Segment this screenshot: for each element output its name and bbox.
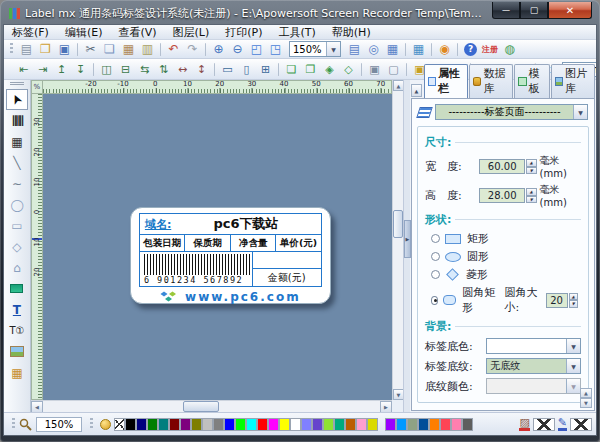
separator[interactable]	[205, 43, 206, 56]
color-swatch[interactable]	[440, 418, 451, 431]
color-swatch[interactable]	[312, 418, 323, 431]
print-preview-icon[interactable]: ◎	[364, 41, 383, 58]
separator[interactable]	[361, 63, 362, 76]
menu-item[interactable]: 编辑(E)	[57, 25, 111, 39]
filled-rect-tool[interactable]	[6, 278, 28, 299]
same-size-icon[interactable]: ⊞	[256, 61, 275, 78]
vertical-scrollbar[interactable]	[392, 80, 403, 400]
line-color-none-swatch[interactable]	[570, 418, 592, 431]
options-icon[interactable]: ◉	[435, 41, 454, 58]
menu-item[interactable]: 帮助(H)	[324, 25, 379, 39]
color-swatch[interactable]	[136, 418, 147, 431]
zoom-out-icon[interactable]: ⊖	[228, 41, 247, 58]
align-bottom-icon[interactable]: ↧	[71, 61, 90, 78]
height-stepper[interactable]	[526, 188, 537, 203]
color-swatch[interactable]	[202, 418, 213, 431]
cut-icon[interactable]: ✂	[81, 41, 100, 58]
curve-tool[interactable]: ∼	[6, 173, 28, 194]
image-preview2-icon[interactable]: ▢	[384, 61, 403, 78]
distribute-horizontal-icon[interactable]: ⇆	[135, 61, 154, 78]
color-swatch[interactable]	[323, 418, 334, 431]
tab-image-library[interactable]: 图片库	[551, 64, 595, 98]
chevron-down-icon[interactable]	[566, 339, 580, 353]
space-vertical-icon[interactable]: ↕	[192, 61, 211, 78]
database-icon[interactable]: ▦	[409, 41, 428, 58]
minimize-button[interactable]	[492, 2, 520, 19]
height-field[interactable]: 28.00	[479, 188, 525, 203]
color-swatch[interactable]	[407, 418, 418, 431]
print-icon[interactable]: ▦	[383, 41, 402, 58]
corner-size-field[interactable]: 20	[546, 293, 568, 308]
panel-collapse-button[interactable]	[411, 84, 422, 97]
shape-option-circle[interactable]: 圆形	[431, 249, 581, 264]
color-swatch[interactable]	[158, 418, 169, 431]
label-color-combo[interactable]	[486, 338, 581, 354]
color-swatch[interactable]	[235, 418, 246, 431]
menu-item[interactable]: 图层(L)	[165, 25, 218, 39]
align-top-icon[interactable]: ↥	[52, 61, 71, 78]
numbered-text-tool[interactable]: T①	[6, 320, 28, 341]
separator[interactable]	[405, 43, 406, 56]
zoom-in-icon[interactable]: ⊕	[209, 41, 228, 58]
line-color-icon[interactable]: ✎	[558, 417, 567, 431]
width-field[interactable]: 60.00	[479, 159, 525, 174]
send-to-back-icon[interactable]: ◇	[339, 61, 358, 78]
table-tool[interactable]: ▦	[6, 362, 28, 383]
color-swatch[interactable]	[334, 418, 345, 431]
same-width-icon[interactable]: ▭	[218, 61, 237, 78]
space-horizontal-icon[interactable]: ↔	[173, 61, 192, 78]
qrcode-tool[interactable]: ▦	[6, 131, 28, 152]
fill-color-icon[interactable]: ▨	[519, 417, 529, 431]
color-swatch[interactable]	[279, 418, 290, 431]
scroll-up-icon[interactable]	[580, 388, 592, 398]
shape-option-rect[interactable]: 矩形	[431, 231, 581, 246]
close-button[interactable]	[548, 2, 592, 19]
shape-option-diamond[interactable]: 菱形	[431, 267, 581, 282]
color-swatch[interactable]	[246, 418, 257, 431]
fit-page-icon[interactable]: ◰	[247, 41, 266, 58]
color-swatch[interactable]	[345, 418, 356, 431]
separator[interactable]	[431, 43, 432, 56]
design-canvas[interactable]: 域名: pc6下载站 包装日期保质期净含量单价(元) 6 901234	[43, 94, 392, 400]
label-cell[interactable]: 保质期	[185, 235, 231, 251]
redo-icon[interactable]: ↷	[183, 41, 202, 58]
separator[interactable]	[457, 43, 458, 56]
chevron-down-icon[interactable]	[326, 42, 340, 56]
line-tool[interactable]: ╲	[6, 152, 28, 173]
rich-text-tool[interactable]: T	[6, 299, 28, 320]
same-height-icon[interactable]: ▯	[237, 61, 256, 78]
copy-icon[interactable]: ❏	[100, 41, 119, 58]
label-design[interactable]: 域名: pc6下载站 包装日期保质期净含量单价(元) 6 901234	[130, 207, 331, 304]
menu-item[interactable]: 打印(P)	[217, 25, 270, 39]
bring-forward-icon[interactable]: ❏	[282, 61, 301, 78]
barcode[interactable]: 6 901234 567892	[140, 252, 252, 286]
website-row[interactable]: www.pc6.com	[139, 287, 322, 307]
color-swatch[interactable]	[290, 418, 301, 431]
menu-item[interactable]: 查看(V)	[110, 25, 164, 39]
color-swatch[interactable]	[191, 418, 202, 431]
color-swatch[interactable]	[418, 418, 429, 431]
panel-splitter[interactable]	[403, 80, 410, 412]
ellipse-tool[interactable]: ◯	[6, 194, 28, 215]
tab-database[interactable]: 数据库	[469, 64, 513, 98]
paste-special-icon[interactable]: ▥	[138, 41, 157, 58]
width-stepper[interactable]	[526, 159, 537, 174]
fit-selection-icon[interactable]: ◳	[266, 41, 285, 58]
separator[interactable]	[214, 63, 215, 76]
label-texture-combo[interactable]: 无底纹	[486, 358, 581, 374]
color-swatch[interactable]	[224, 418, 235, 431]
label-table[interactable]: 域名: pc6下载站 包装日期保质期净含量单价(元) 6 901234	[139, 213, 322, 287]
undo-icon[interactable]: ↶	[164, 41, 183, 58]
align-right-icon[interactable]: ⇥	[33, 61, 52, 78]
label-cell[interactable]: 包装日期	[140, 235, 186, 251]
select-tool[interactable]: ➤	[6, 89, 28, 110]
default-color-icon[interactable]	[100, 419, 111, 430]
color-swatch[interactable]	[213, 418, 224, 431]
open-icon[interactable]: ❐	[36, 41, 55, 58]
scroll-down-icon[interactable]	[580, 398, 592, 408]
zoom-level-combo[interactable]: 150%	[289, 41, 341, 57]
corner-size-stepper[interactable]	[569, 293, 578, 308]
image-preview-icon[interactable]: ▣	[365, 61, 384, 78]
color-swatch[interactable]	[147, 418, 158, 431]
send-backward-icon[interactable]: ❐	[301, 61, 320, 78]
